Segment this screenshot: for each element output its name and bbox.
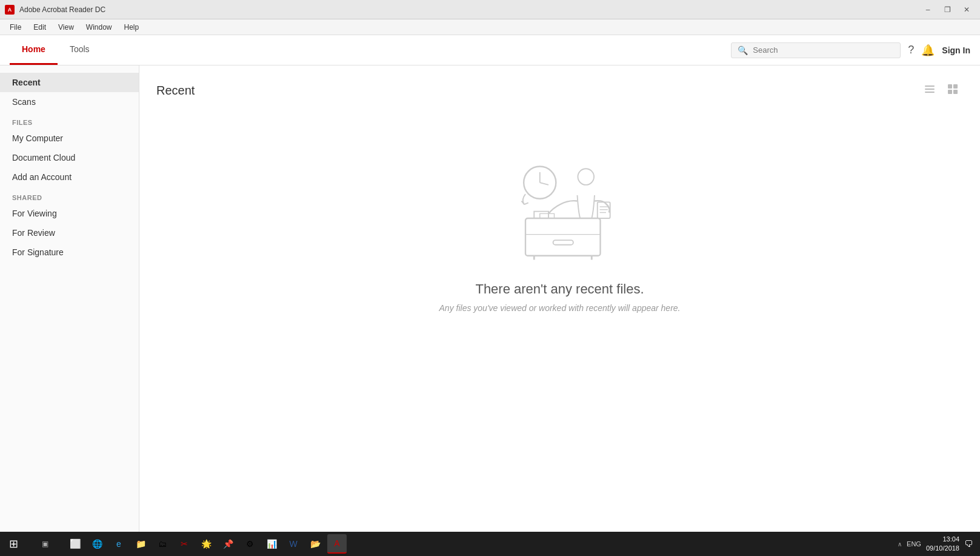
menu-view[interactable]: View — [53, 22, 79, 33]
menu-bar: File Edit View Window Help — [0, 19, 980, 35]
taskbar-app3[interactable]: 📌 — [218, 534, 238, 554]
sign-in-button[interactable]: Sign In — [942, 45, 970, 55]
search-icon: 🔍 — [738, 45, 748, 55]
view-toggle — [919, 80, 963, 101]
grid-view-button[interactable] — [942, 80, 963, 101]
top-nav: Home Tools 🔍 ? 🔔 Sign In — [0, 35, 980, 65]
content-header: Recent — [156, 80, 963, 101]
svg-line-9 — [539, 183, 548, 185]
close-button[interactable]: ✕ — [958, 4, 975, 16]
sidebar-item-document-cloud[interactable]: Document Cloud — [0, 148, 139, 167]
empty-state: There aren't any recent files. Any files… — [156, 113, 963, 313]
svg-rect-5 — [948, 90, 952, 94]
list-view-button[interactable] — [919, 80, 940, 101]
taskbar-excel[interactable]: 📊 — [262, 534, 281, 554]
menu-edit[interactable]: Edit — [28, 22, 51, 33]
sidebar-item-scans[interactable]: Scans — [0, 92, 139, 112]
list-view-icon — [924, 83, 936, 95]
page-title: Recent — [156, 84, 195, 98]
empty-subtitle: Any files you've viewed or worked with r… — [439, 303, 681, 313]
restore-button[interactable]: ❐ — [939, 4, 956, 16]
menu-help[interactable]: Help — [119, 22, 144, 33]
main-layout: Recent Scans FILES My Computer Document … — [0, 65, 980, 532]
sidebar-item-for-review[interactable]: For Review — [0, 223, 139, 243]
tab-tools[interactable]: Tools — [58, 35, 102, 65]
taskbar-time-display: 13:04 — [926, 535, 959, 544]
files-section-label: FILES — [0, 112, 139, 129]
start-button[interactable]: ⊞ — [2, 533, 24, 555]
taskbar-app4[interactable]: ⚙ — [240, 534, 259, 554]
grid-view-icon — [947, 83, 959, 95]
empty-state-illustration — [481, 149, 639, 264]
svg-point-10 — [578, 169, 594, 185]
taskbar-clock: 13:04 09/10/2018 — [926, 535, 959, 554]
taskbar-chrome[interactable]: 🌐 — [87, 534, 107, 554]
svg-rect-4 — [953, 84, 958, 89]
sidebar-item-for-signature[interactable]: For Signature — [0, 243, 139, 262]
sidebar: Recent Scans FILES My Computer Document … — [0, 65, 139, 532]
menu-window[interactable]: Window — [81, 22, 117, 33]
title-bar-controls: – ❐ ✕ — [919, 4, 975, 16]
menu-file[interactable]: File — [5, 22, 26, 33]
taskbar-right: ∧ ENG 13:04 09/10/2018 🗨 — [898, 535, 978, 554]
taskbar-explorer[interactable]: 📁 — [131, 534, 150, 554]
taskbar: ⊞ ▣ ⬜ 🌐 e 📁 🗂 ✂ 🌟 📌 ⚙ 📊 W 📂 A ∧ ENG 13:0… — [0, 532, 980, 556]
taskbar-word[interactable]: W — [284, 534, 303, 554]
svg-rect-1 — [925, 89, 935, 90]
sidebar-item-for-viewing[interactable]: For Viewing — [0, 204, 139, 223]
svg-rect-0 — [925, 85, 935, 87]
sidebar-item-recent[interactable]: Recent — [0, 73, 139, 92]
taskbar-edge[interactable]: e — [109, 534, 128, 554]
taskbar-language: ENG — [907, 540, 921, 548]
nav-tabs: Home Tools — [10, 35, 102, 65]
content-area: Recent — [139, 65, 980, 532]
minimize-button[interactable]: – — [919, 4, 936, 16]
svg-rect-6 — [953, 90, 958, 94]
help-button[interactable]: ? — [908, 44, 914, 56]
taskbar-app2[interactable]: 🌟 — [196, 534, 216, 554]
taskbar-date-display: 09/10/2018 — [926, 544, 959, 553]
app-icon: A — [5, 5, 15, 15]
taskbar-acrobat[interactable]: A — [327, 534, 347, 554]
title-bar-left: A Adobe Acrobat Reader DC — [5, 5, 105, 15]
title-bar: A Adobe Acrobat Reader DC – ❐ ✕ — [0, 0, 980, 19]
empty-illustration — [481, 149, 639, 267]
nav-right: 🔍 ? 🔔 Sign In — [731, 42, 970, 58]
svg-rect-17 — [553, 240, 573, 245]
sidebar-item-my-computer[interactable]: My Computer — [0, 129, 139, 148]
svg-rect-3 — [948, 84, 952, 89]
taskbar-chevron[interactable]: ∧ — [898, 541, 902, 548]
svg-rect-15 — [525, 218, 601, 256]
taskbar-files2[interactable]: 📂 — [305, 534, 325, 554]
search-input[interactable] — [753, 45, 894, 55]
shared-section-label: SHARED — [0, 187, 139, 204]
notifications-button[interactable]: 🔔 — [921, 44, 935, 57]
svg-rect-11 — [597, 202, 610, 218]
app-title: Adobe Acrobat Reader DC — [19, 5, 105, 14]
empty-title: There aren't any recent files. — [475, 281, 644, 297]
svg-rect-2 — [925, 92, 935, 93]
taskbar-task-view[interactable]: ⬜ — [65, 534, 85, 554]
taskbar-app1[interactable]: ✂ — [175, 534, 194, 554]
sidebar-item-add-account[interactable]: Add an Account — [0, 167, 139, 187]
tab-home[interactable]: Home — [10, 35, 58, 65]
taskbar-search-icon[interactable]: ▣ — [27, 534, 63, 554]
search-box[interactable]: 🔍 — [731, 42, 901, 58]
taskbar-files[interactable]: 🗂 — [153, 534, 172, 554]
taskbar-notification[interactable]: 🗨 — [964, 539, 973, 549]
